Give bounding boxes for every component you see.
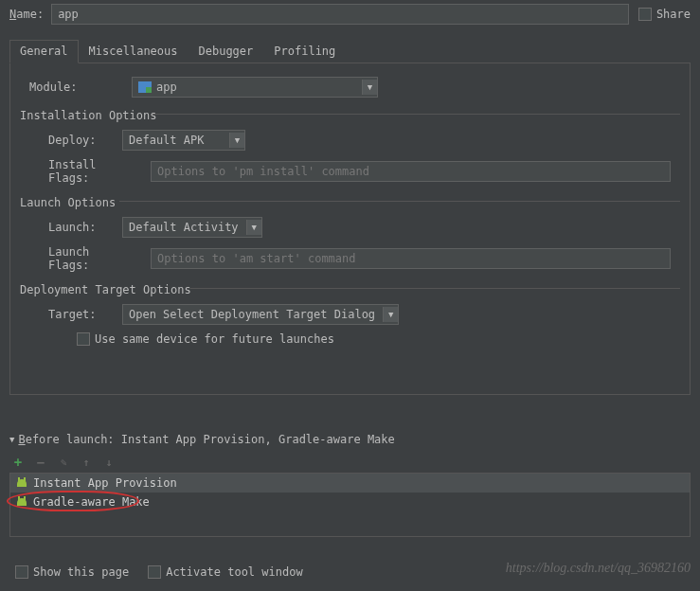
add-button[interactable]: + — [11, 456, 25, 469]
move-down-button[interactable]: ↓ — [102, 456, 116, 469]
tab-general[interactable]: General — [9, 40, 79, 63]
watermark: https://blog.csdn.net/qq_36982160 — [506, 561, 691, 576]
before-launch-task-list: Instant App Provision Gradle-aware Make — [9, 473, 691, 537]
module-icon — [138, 81, 152, 93]
tab-content-general: Module: app ▼ Installation Options Deplo… — [9, 63, 691, 395]
launch-options-title: Launch Options — [10, 188, 690, 213]
collapse-triangle-icon[interactable]: ▼ — [9, 435, 14, 444]
module-label: Module: — [29, 81, 115, 94]
module-select[interactable]: app ▼ — [132, 77, 378, 98]
launch-flags-label: Launch Flags: — [48, 245, 134, 272]
task-item-instant-app[interactable]: Instant App Provision — [10, 474, 690, 492]
edit-button[interactable]: ✎ — [57, 456, 70, 469]
install-flags-input[interactable] — [151, 161, 671, 182]
chevron-down-icon: ▼ — [362, 80, 377, 95]
chevron-down-icon: ▼ — [246, 220, 261, 235]
chevron-down-icon: ▼ — [383, 307, 398, 322]
target-label: Target: — [48, 308, 105, 321]
tab-bar: General Miscellaneous Debugger Profiling — [9, 40, 691, 63]
name-label: Name: — [9, 8, 44, 21]
android-icon — [16, 496, 27, 508]
checkbox-box-icon — [638, 8, 652, 21]
checkbox-box-icon — [148, 565, 161, 579]
chevron-down-icon: ▼ — [229, 133, 244, 148]
share-label: Share — [656, 8, 691, 21]
move-up-button[interactable]: ↑ — [80, 456, 93, 469]
launch-flags-input[interactable] — [151, 248, 671, 269]
before-launch-title: Before launch: Instant App Provision, Gr… — [18, 433, 394, 446]
launch-label: Launch: — [48, 221, 105, 234]
installation-options-title: Installation Options — [10, 101, 690, 126]
remove-button[interactable]: − — [34, 456, 47, 469]
tab-profiling[interactable]: Profiling — [263, 40, 346, 63]
activate-tool-window-checkbox[interactable]: Activate tool window — [148, 565, 303, 579]
android-icon — [16, 477, 27, 489]
deploy-select[interactable]: Default APK ▼ — [122, 130, 245, 151]
same-device-label: Use same device for future launches — [95, 332, 334, 346]
checkbox-box-icon — [77, 332, 90, 346]
deploy-label: Deploy: — [48, 134, 105, 147]
deployment-target-title: Deployment Target Options — [10, 276, 690, 300]
name-input[interactable] — [51, 4, 629, 25]
tab-debugger[interactable]: Debugger — [188, 40, 264, 63]
task-item-gradle-make[interactable]: Gradle-aware Make — [10, 492, 690, 511]
before-launch-toolbar: + − ✎ ↑ ↓ — [9, 452, 691, 473]
install-flags-label: Install Flags: — [48, 158, 134, 185]
tab-miscellaneous[interactable]: Miscellaneous — [79, 40, 188, 63]
target-select[interactable]: Open Select Deployment Target Dialog ▼ — [122, 304, 399, 325]
launch-select[interactable]: Default Activity ▼ — [122, 217, 262, 238]
share-checkbox[interactable]: Share — [638, 8, 691, 21]
before-launch-section: ▼ Before launch: Instant App Provision, … — [9, 433, 691, 537]
show-this-page-checkbox[interactable]: Show this page — [15, 565, 129, 579]
activate-tool-window-label: Activate tool window — [166, 565, 303, 579]
show-this-page-label: Show this page — [33, 565, 129, 579]
checkbox-box-icon — [15, 565, 28, 579]
same-device-checkbox[interactable]: Use same device for future launches — [77, 332, 334, 346]
